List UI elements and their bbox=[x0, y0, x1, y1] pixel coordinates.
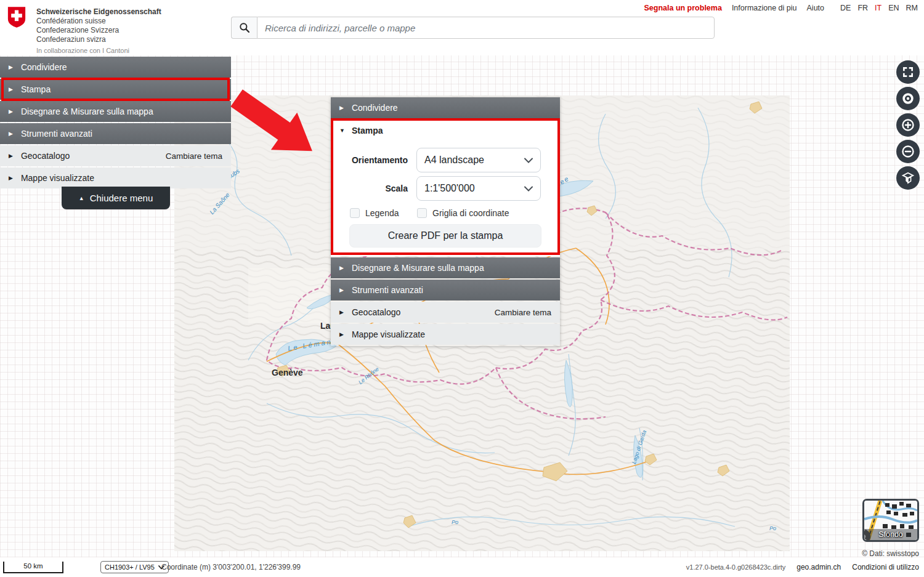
sidebar-item-condividere[interactable]: ▶ Condividere bbox=[0, 57, 231, 78]
help-link[interactable]: Aiuto bbox=[807, 4, 825, 12]
search-icon[interactable] bbox=[231, 17, 257, 39]
geolocate-button[interactable] bbox=[896, 87, 920, 110]
change-theme-link[interactable]: Cambiare tema bbox=[166, 151, 222, 161]
chevron-down-icon bbox=[524, 186, 533, 192]
footer-links: v1.27.0-beta.4-0.g0268423c.dirty geo.adm… bbox=[686, 563, 919, 571]
search-input[interactable] bbox=[257, 17, 715, 39]
sidebar-item-stampa[interactable]: ▶ Stampa bbox=[0, 79, 231, 100]
cube-3d-icon bbox=[901, 171, 915, 185]
plus-icon bbox=[901, 118, 915, 132]
language-switcher: DE FR IT EN RM bbox=[840, 4, 918, 12]
panel-item-condividere[interactable]: ▶ Condividere bbox=[331, 97, 560, 118]
map-controls bbox=[896, 60, 920, 190]
panel-item-geocatalogo[interactable]: ▶ Geocatalogo Cambiare tema bbox=[331, 302, 560, 323]
scale-select[interactable]: 1:1'500'000 bbox=[416, 176, 541, 201]
lang-de[interactable]: DE bbox=[840, 4, 851, 12]
logo-tagline: In collaborazione con I Cantoni bbox=[36, 47, 161, 54]
panel-item-disegnare[interactable]: ▶ Disegnare & Misurare sulla mappa bbox=[331, 257, 560, 278]
chevron-right-icon: ▶ bbox=[9, 175, 13, 181]
geolocate-icon bbox=[901, 92, 915, 105]
chevron-right-icon: ▶ bbox=[339, 331, 344, 337]
background-selector-label: Sfondo bbox=[864, 530, 917, 539]
chevron-right-icon: ▶ bbox=[9, 64, 13, 70]
minus-icon bbox=[901, 145, 915, 158]
sidebar-item-strumenti[interactable]: ▶ Strumenti avanzati bbox=[0, 123, 231, 144]
top-nav: Segnala un problema Informazione di piu … bbox=[644, 4, 918, 12]
mouse-coordinates: Coordinate (m) 3'003'200.01, 1'226'399.9… bbox=[161, 563, 301, 571]
chevron-right-icon: ▶ bbox=[339, 265, 344, 271]
header: Schweizerische Eidgenossenschaft Confédé… bbox=[0, 0, 924, 55]
print-section-header[interactable]: ▼ Stampa bbox=[331, 119, 560, 142]
geoadmin-link[interactable]: geo.admin.ch bbox=[796, 563, 841, 571]
legend-checkbox-label: Legenda bbox=[365, 208, 399, 218]
lang-it[interactable]: IT bbox=[875, 4, 881, 12]
sidebar-item-disegnare[interactable]: ▶ Disegnare & Misurare sulla mappa bbox=[0, 101, 231, 122]
chevron-right-icon: ▶ bbox=[9, 86, 13, 92]
background-selector[interactable]: Sfondo bbox=[862, 499, 919, 542]
map-copyright: © Dati: swisstopo bbox=[862, 549, 919, 558]
coordinate-grid-checkbox-label: Griglia di coordinate bbox=[432, 208, 509, 218]
scale-label: Scala bbox=[331, 184, 408, 193]
sidebar-item-geocatalogo[interactable]: ▶ Geocatalogo Cambiare tema bbox=[0, 145, 231, 166]
logo-text: Schweizerische Eidgenossenschaft Confédé… bbox=[36, 6, 161, 44]
lang-en[interactable]: EN bbox=[888, 4, 899, 12]
fullscreen-icon bbox=[902, 66, 914, 78]
app-version: v1.27.0-beta.4-0.g0268423c.dirty bbox=[686, 563, 785, 571]
chevron-right-icon: ▶ bbox=[339, 287, 344, 293]
coordinate-grid-checkbox[interactable] bbox=[417, 208, 427, 218]
orientation-select[interactable]: A4 landscape bbox=[416, 148, 541, 172]
lang-rm[interactable]: RM bbox=[906, 4, 918, 12]
print-form: Orientamento A4 landscape Scala 1:1'500'… bbox=[331, 142, 560, 256]
chevron-right-icon: ▶ bbox=[339, 105, 344, 111]
footer-bar: 50 km CH1903+ / LV95 Coordinate (m) 3'00… bbox=[0, 557, 924, 577]
close-menu-button[interactable]: ▲ Chiudere menu bbox=[62, 187, 170, 209]
chevron-right-icon: ▶ bbox=[9, 153, 13, 159]
terms-link[interactable]: Condizioni di utilizzo bbox=[852, 563, 919, 571]
swiss-shield-icon bbox=[7, 6, 26, 28]
fullscreen-button[interactable] bbox=[896, 60, 920, 84]
swiss-logo: Schweizerische Eidgenossenschaft Confédé… bbox=[7, 6, 161, 54]
more-info-link[interactable]: Informazione di piu bbox=[732, 4, 797, 12]
lang-fr[interactable]: FR bbox=[857, 4, 868, 12]
projection-select[interactable]: CH1903+ / LV95 bbox=[100, 561, 169, 573]
scale-bar: 50 km bbox=[3, 562, 63, 573]
toggle-3d-button[interactable] bbox=[896, 166, 920, 190]
chevron-right-icon: ▶ bbox=[9, 131, 13, 137]
print-section: ▼ Stampa Orientamento A4 landscape Scala… bbox=[331, 119, 560, 256]
tools-panel: ▶ Condividere ▼ Stampa Orientamento A4 l… bbox=[331, 97, 560, 346]
sidebar-menu: ▶ Condividere ▶ Stampa ▶ Disegnare & Mis… bbox=[0, 55, 231, 190]
zoom-out-button[interactable] bbox=[896, 140, 920, 163]
chevron-up-icon: ▲ bbox=[79, 195, 84, 201]
app-window: Le Doubs La Saône Le Léman Genève Lau de… bbox=[0, 0, 924, 577]
panel-item-strumenti[interactable]: ▶ Strumenti avanzati bbox=[331, 280, 560, 301]
chevron-right-icon: ▶ bbox=[9, 108, 13, 115]
report-problem-link[interactable]: Segnala un problema bbox=[644, 4, 721, 12]
search-bar bbox=[231, 17, 715, 39]
chevron-down-icon bbox=[524, 158, 533, 163]
panel-item-mappe[interactable]: ▶ Mappe visualizzate bbox=[331, 324, 560, 345]
chevron-right-icon: ▶ bbox=[339, 309, 344, 315]
orientation-label: Orientamento bbox=[331, 155, 408, 165]
change-theme-link[interactable]: Cambiare tema bbox=[495, 308, 551, 317]
zoom-in-button[interactable] bbox=[896, 113, 920, 137]
legend-checkbox[interactable] bbox=[350, 208, 360, 218]
create-pdf-button[interactable]: Creare PDF per la stampa bbox=[349, 224, 541, 248]
chevron-down-icon: ▼ bbox=[339, 127, 345, 134]
sidebar-item-mappe[interactable]: ▶ Mappe visualizzate bbox=[0, 167, 231, 188]
